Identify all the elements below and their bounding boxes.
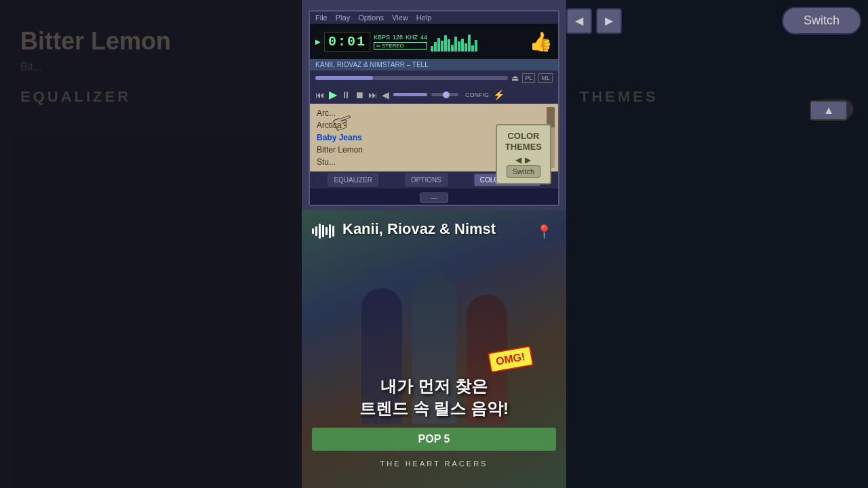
nav-arrows-group: ◀ ▶ xyxy=(566,8,622,34)
bg-right-content: THEMES ▲ xyxy=(566,0,868,488)
pause-button[interactable]: ⏸ xyxy=(341,89,351,100)
bg-left-panel: Bitter Lemon Bit... EQUALIZER xyxy=(0,0,302,488)
seek-area: ⏏ PL ML xyxy=(310,70,558,85)
kbps-label: KBPS xyxy=(374,34,390,41)
menu-view[interactable]: View xyxy=(392,14,408,22)
vis-bar xyxy=(454,37,457,52)
visualizer xyxy=(431,31,526,52)
kbps-value: 128 xyxy=(393,34,403,41)
bottom-close-area: — xyxy=(310,188,558,205)
stop-button[interactable]: ⏹ xyxy=(355,89,364,100)
vis-bar xyxy=(441,41,443,52)
color-themes-nav: ◀ ▶ xyxy=(505,155,542,165)
wave-bar xyxy=(312,228,314,234)
close-button[interactable]: — xyxy=(420,192,448,203)
korean-text: 내가 먼저 찾은 트렌드 속 릴스 음악! xyxy=(302,375,566,420)
mini-play-indicator: ▶ xyxy=(315,38,321,45)
music-video-section: Kanii, Riovaz & Nimst 📍 OMG! 내가 먼저 찾은 트렌… xyxy=(302,210,566,488)
pop5-banner: POP 5 xyxy=(312,428,556,451)
artist-name: Kanii, Riovaz & Nimst xyxy=(342,220,496,238)
bg-themes-label: THEMES xyxy=(580,88,658,106)
vis-bar xyxy=(448,39,450,52)
wave-bar xyxy=(329,224,331,238)
prev-track-icon[interactable]: ◀ xyxy=(382,89,389,100)
vis-bar xyxy=(451,45,454,52)
theme-prev-arrow[interactable]: ◀ xyxy=(515,155,521,165)
menu-file[interactable]: File xyxy=(315,14,328,22)
heart-racers-label: THE HEART RACERS xyxy=(302,460,566,468)
wave-bar xyxy=(326,227,328,235)
switch-themes-button[interactable]: Switch xyxy=(507,165,540,178)
wave-bar xyxy=(319,224,321,239)
kbps-khz: KBPS 128 KHZ 44 xyxy=(374,34,427,41)
pl-button[interactable]: PL xyxy=(522,73,535,83)
theme-next-arrow[interactable]: ▶ xyxy=(525,155,531,165)
balance-slider[interactable] xyxy=(431,93,458,96)
vis-bar xyxy=(468,35,471,52)
wave-bar xyxy=(332,226,334,237)
vis-bar xyxy=(465,43,467,52)
bg-bitter-lemon: Bitter Lemon xyxy=(20,27,171,56)
eject-button[interactable]: ⏏ xyxy=(511,73,519,83)
menu-bar: File Play Options View Help xyxy=(310,12,558,24)
thumbs-up-icon: 👍 xyxy=(529,30,553,53)
bg-equalizer-label: EQUALIZER xyxy=(20,88,131,106)
vis-bar xyxy=(437,38,440,52)
fast-forward-button[interactable]: ⏭ xyxy=(368,89,378,100)
bg-left-content: Bitter Lemon Bit... EQUALIZER xyxy=(0,0,302,488)
balance-knob xyxy=(443,92,450,98)
korean-line1: 내가 먼저 찾은 xyxy=(302,375,566,398)
volume-slider[interactable] xyxy=(393,93,427,96)
vis-bar xyxy=(475,40,477,52)
lightning-icon[interactable]: ⚡ xyxy=(493,89,505,100)
rewind-button[interactable]: ⏮ xyxy=(315,89,325,100)
stereo-badge: ∞ STEREO xyxy=(374,42,427,49)
bg-bitter-lemon-sub: Bit... xyxy=(20,61,42,73)
up-arrow-button[interactable]: ▲ xyxy=(810,100,848,121)
nav-right-arrow[interactable]: ▶ xyxy=(596,8,622,34)
vis-bar xyxy=(458,41,460,52)
khz-label: KHZ xyxy=(406,34,418,41)
location-pin-icon: 📍 xyxy=(536,224,553,240)
bg-right-panel: THEMES ▲ xyxy=(566,0,868,488)
play-button[interactable]: ▶ xyxy=(329,88,337,101)
tab-options[interactable]: OPTIONS xyxy=(405,174,448,186)
nav-bar: ◀ ▶ Switch xyxy=(566,7,861,35)
wave-bar xyxy=(322,225,324,237)
vis-bar xyxy=(431,46,433,52)
ml-button[interactable]: ML xyxy=(538,73,553,83)
time-display: 0:01 xyxy=(324,32,370,52)
color-themes-panel: COLORTHEMES ◀ ▶ Switch xyxy=(496,124,551,184)
switch-button[interactable]: Switch xyxy=(782,7,861,35)
playlist-item[interactable]: Arc... xyxy=(313,107,555,119)
stats-area: KBPS 128 KHZ 44 ∞ STEREO xyxy=(374,34,427,49)
vis-bar xyxy=(461,39,464,52)
menu-options[interactable]: Options xyxy=(358,14,384,22)
color-themes-title: COLORTHEMES xyxy=(505,131,542,152)
seek-fill xyxy=(315,76,373,80)
playlist-color-section: Arc...ArcticaBaby JeansBitter LemonStu..… xyxy=(310,104,558,171)
vis-bar xyxy=(444,35,447,52)
wave-bar xyxy=(315,226,317,236)
vis-bar xyxy=(434,42,437,52)
tab-equalizer[interactable]: EQUALIZER xyxy=(328,174,378,186)
config-label[interactable]: CONFIG xyxy=(465,92,489,98)
vis-bar xyxy=(471,45,474,52)
sound-wave-icon xyxy=(312,224,334,239)
khz-value: 44 xyxy=(420,34,427,41)
menu-help[interactable]: Help xyxy=(416,14,432,22)
track-name: KANII, RIOVAZ & NIMSTARR – TELL xyxy=(310,59,558,70)
menu-play[interactable]: Play xyxy=(336,14,350,22)
seek-bar[interactable] xyxy=(315,76,508,80)
controls-bar: ⏮ ▶ ⏸ ⏹ ⏭ ◀ CONFIG ⚡ xyxy=(310,85,558,104)
nav-left-arrow[interactable]: ◀ xyxy=(566,8,592,34)
korean-line2: 트렌드 속 릴스 음악! xyxy=(302,397,566,420)
player-display: ▶ 0:01 KBPS 128 KHZ 44 ∞ STEREO 👍 xyxy=(310,24,558,59)
winamp-player: File Play Options View Help ▶ 0:01 KBPS … xyxy=(309,10,559,206)
